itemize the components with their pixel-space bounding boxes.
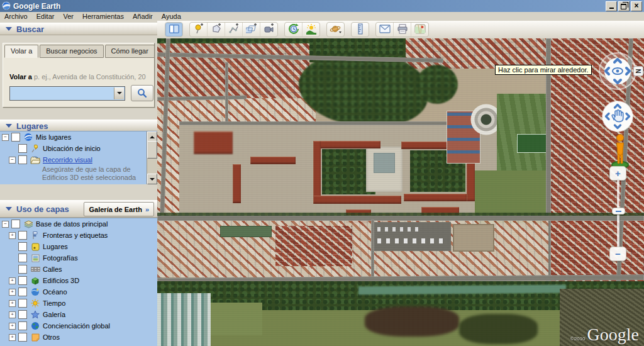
menu-item-anadir[interactable]: Añadir: [128, 13, 157, 20]
earth-gallery-button[interactable]: Galería de Earth»: [84, 202, 155, 216]
pan-joystick[interactable]: [601, 100, 634, 133]
toolbar-add-path-button[interactable]: [225, 23, 243, 36]
menu-item-editar[interactable]: Editar: [32, 13, 59, 20]
minimize-button[interactable]: [606, 1, 617, 11]
calles-label[interactable]: Calles: [43, 265, 62, 273]
toolbar: [157, 21, 644, 39]
otros-label[interactable]: Otros: [43, 333, 60, 341]
toolbar-toggle-sidebar-button[interactable]: [165, 23, 182, 36]
fotografias-label[interactable]: Fotografías: [43, 254, 78, 262]
combo-dropdown-button[interactable]: [114, 87, 124, 99]
calles-checkbox[interactable]: [18, 265, 27, 274]
look-joystick[interactable]: [597, 51, 638, 91]
tab-buscar-negocios[interactable]: Buscar negocios: [40, 45, 103, 58]
recorrido-visual-checkbox[interactable]: [18, 155, 27, 164]
mis-lugares-label[interactable]: Mis lugares: [36, 133, 71, 141]
collapse-expander-icon[interactable]: −: [2, 134, 9, 141]
concienciacion-global-label[interactable]: Concienciación global: [43, 322, 110, 330]
restore-button[interactable]: [618, 1, 630, 11]
google-watermark: ©2010 Google: [570, 325, 639, 345]
layers-item-calles: Calles: [0, 264, 157, 275]
toolbar-add-placemark-button[interactable]: [190, 23, 208, 36]
search-panel-header[interactable]: Buscar: [0, 23, 157, 35]
app-icon: [2, 1, 11, 11]
search-icon: [137, 88, 147, 98]
edificios-3d-checkbox[interactable]: [18, 276, 27, 285]
search-button[interactable]: [131, 85, 153, 101]
ubicacion-de-inicio-checkbox[interactable]: [18, 144, 27, 153]
fotografias-checkbox[interactable]: [18, 254, 27, 262]
oceano-checkbox[interactable]: [18, 287, 27, 296]
concienciacion-global-checkbox[interactable]: [18, 321, 27, 330]
places-panel-title: Lugares: [16, 121, 48, 131]
tiempo-label[interactable]: Tiempo: [43, 299, 65, 307]
places-item-mis-lugares: −Mis lugares: [0, 131, 157, 143]
expand-expander-icon[interactable]: +: [9, 300, 16, 307]
toolbar-sunlight-button[interactable]: [303, 23, 319, 36]
window-title: Google Earth: [13, 2, 60, 11]
satellite-imagery: [157, 38, 644, 346]
places-panel-header[interactable]: Lugares: [0, 120, 157, 132]
street-view-pegman[interactable]: [608, 131, 633, 170]
galeria-label[interactable]: Galería: [43, 311, 65, 318]
polygon-icon: [211, 23, 222, 36]
menu-item-ayuda[interactable]: Ayuda: [157, 13, 186, 20]
base-de-datos-principal-checkbox[interactable]: [11, 220, 20, 228]
lugares-checkbox[interactable]: [18, 242, 27, 251]
scroll-down-button[interactable]: [147, 174, 157, 184]
toolbar-print-button[interactable]: [394, 23, 411, 36]
layers-panel-header[interactable]: Uso de capas Galería de Earth»: [0, 200, 157, 218]
toolbar-planets-button[interactable]: [327, 23, 344, 36]
places-item-recorrido-visual: −Recorrido visual: [0, 154, 157, 165]
fronteras-y-etiquetas-label[interactable]: Fronteras y etiquetas: [43, 232, 108, 239]
collapse-expander-icon[interactable]: −: [9, 157, 16, 164]
zoom-out-button[interactable]: −: [609, 247, 626, 261]
expand-expander-icon[interactable]: +: [9, 232, 16, 239]
expand-expander-icon[interactable]: +: [9, 334, 16, 341]
collapse-arrow-icon: [6, 27, 12, 31]
tiempo-checkbox[interactable]: [18, 299, 27, 308]
layers-item-lugares: Lugares: [0, 241, 157, 252]
mis-lugares-checkbox[interactable]: [11, 133, 20, 142]
north-indicator[interactable]: N: [633, 66, 643, 76]
expand-expander-icon[interactable]: +: [9, 323, 16, 330]
search-input[interactable]: [11, 87, 114, 99]
toolbar-historical-imagery-button[interactable]: [285, 23, 303, 36]
tab-como-llegar[interactable]: Cómo llegar: [105, 45, 155, 58]
expand-expander-icon[interactable]: +: [9, 289, 16, 296]
galeria-checkbox[interactable]: [18, 310, 27, 319]
expand-expander-icon[interactable]: +: [9, 277, 16, 284]
toolbar-email-button[interactable]: [376, 23, 394, 36]
zoom-slider-track[interactable]: [617, 180, 619, 249]
zoom-slider-handle[interactable]: [612, 208, 625, 215]
fronteras-y-etiquetas-checkbox[interactable]: [18, 231, 27, 240]
toolbar-add-image-overlay-button[interactable]: [243, 23, 260, 36]
toolbar-ruler-button[interactable]: [352, 23, 369, 36]
places-item-ubicacion-de-inicio: Ubicación de inicio: [0, 143, 157, 154]
tab-volar-a[interactable]: Volar a: [4, 45, 38, 58]
otros-checkbox[interactable]: [18, 333, 27, 342]
lugares-label[interactable]: Lugares: [43, 243, 68, 250]
recorrido-visual-label[interactable]: Recorrido visual: [43, 156, 92, 164]
oceano-label[interactable]: Océano: [43, 288, 67, 296]
toolbar-add-polygon-button[interactable]: [208, 23, 225, 36]
layers-item-fronteras-y-etiquetas: +Fronteras y etiquetas: [0, 230, 157, 241]
close-button[interactable]: ×: [631, 1, 642, 11]
map-viewport[interactable]: Haz clic para mirar alrededor. N: [157, 38, 644, 346]
menu-item-herramientas[interactable]: Herramientas: [78, 13, 128, 20]
collapse-expander-icon[interactable]: −: [2, 221, 9, 228]
more-icon: [30, 333, 40, 342]
edificios-3d-label[interactable]: Edificios 3D: [43, 277, 79, 284]
ubicacion-de-inicio-label[interactable]: Ubicación de inicio: [43, 145, 101, 152]
search-tabbox: Volar aBuscar negociosCómo llegar Volar …: [3, 43, 155, 108]
toolbar-record-tour-button[interactable]: [260, 23, 277, 36]
search-panel-title: Buscar: [16, 25, 44, 34]
base-de-datos-principal-label[interactable]: Base de datos principal: [36, 220, 108, 228]
menu-item-ver[interactable]: Ver: [58, 13, 78, 20]
sunlight-icon: [306, 23, 317, 36]
menu-item-archivo[interactable]: Archivo: [0, 13, 32, 20]
toolbar-group: [375, 22, 429, 37]
zoom-in-button[interactable]: +: [609, 166, 626, 181]
expand-expander-icon[interactable]: +: [9, 311, 16, 318]
toolbar-view-in-maps-button[interactable]: [411, 23, 428, 36]
